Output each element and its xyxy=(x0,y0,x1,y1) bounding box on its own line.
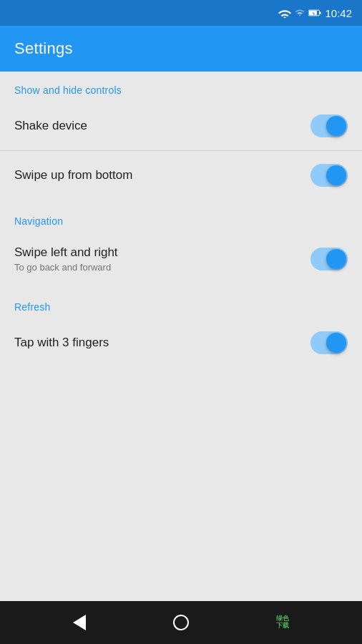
settings-item-swipe-left-right[interactable]: Swipe left and right To go back and forw… xyxy=(0,233,362,286)
settings-item-shake-device[interactable]: Shake device xyxy=(0,102,362,151)
nav-bar: 绿色下载 xyxy=(0,601,362,644)
wifi-icon xyxy=(278,8,291,18)
app-bar: Settings xyxy=(0,26,362,72)
settings-item-tap-3-fingers[interactable]: Tap with 3 fingers xyxy=(0,318,362,367)
section-show-hide: Show and hide controls Shake device Swip… xyxy=(0,72,362,200)
toggle-swipe-up[interactable] xyxy=(310,164,348,187)
item-title-shake-device: Shake device xyxy=(14,119,310,133)
item-title-swipe-left-right: Swipe left and right xyxy=(14,245,310,260)
nav-back-button[interactable] xyxy=(62,608,97,637)
home-icon xyxy=(173,615,189,630)
item-title-tap-3-fingers: Tap with 3 fingers xyxy=(14,336,310,350)
recents-icon: 绿色下载 xyxy=(276,615,289,630)
item-title-swipe-up: Swipe up from bottom xyxy=(14,168,310,182)
section-header-refresh: Refresh xyxy=(0,288,362,318)
section-header-navigation: Navigation xyxy=(0,203,362,233)
toggle-tap-3-fingers[interactable] xyxy=(310,331,348,354)
svg-rect-3 xyxy=(320,11,321,14)
status-time: 10:42 xyxy=(325,7,352,19)
toggle-shake-device[interactable] xyxy=(310,114,348,137)
back-icon xyxy=(73,615,86,630)
battery-icon xyxy=(308,8,321,18)
settings-item-swipe-up[interactable]: Swipe up from bottom xyxy=(0,151,362,200)
section-navigation: Navigation Swipe left and right To go ba… xyxy=(0,203,362,286)
section-header-show-hide: Show and hide controls xyxy=(0,72,362,102)
app-bar-title: Settings xyxy=(14,39,73,58)
item-subtitle-swipe-left-right: To go back and forward xyxy=(14,262,310,273)
svg-point-0 xyxy=(284,16,286,18)
status-bar: 10:42 xyxy=(0,0,362,26)
nav-home-button[interactable] xyxy=(163,608,199,637)
nav-recents-button[interactable]: 绿色下载 xyxy=(265,608,300,637)
status-icons: 10:42 xyxy=(278,7,352,19)
toggle-swipe-left-right[interactable] xyxy=(310,248,348,270)
content: Show and hide controls Shake device Swip… xyxy=(0,72,362,601)
section-refresh: Refresh Tap with 3 fingers xyxy=(0,288,362,367)
signal-icon xyxy=(295,8,305,18)
